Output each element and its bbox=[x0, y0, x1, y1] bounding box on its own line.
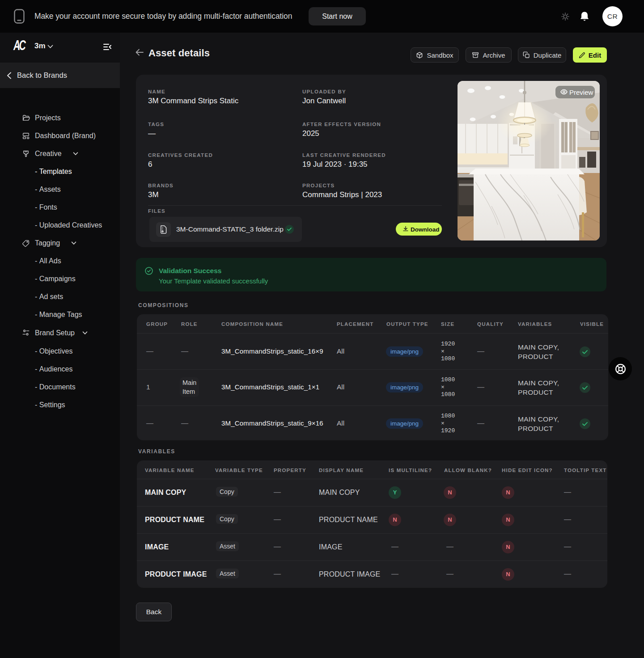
svg-text:Preview: Preview bbox=[569, 89, 593, 96]
